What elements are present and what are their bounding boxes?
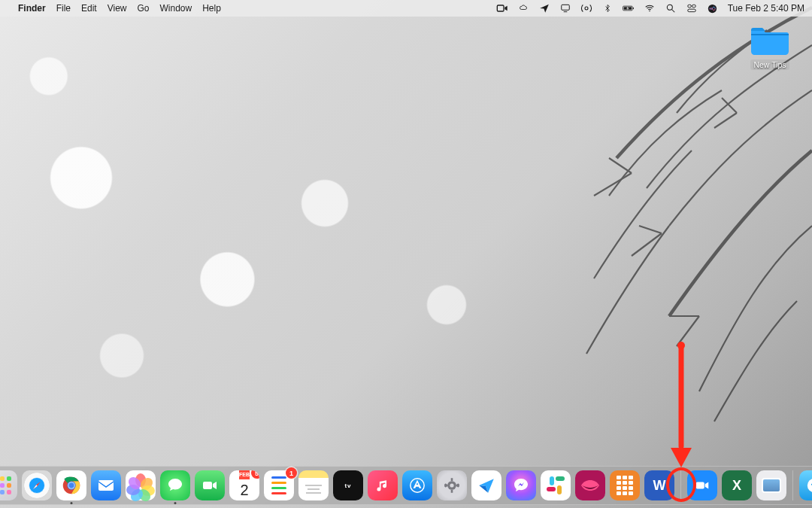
svg-point-34 — [450, 483, 453, 487]
excel-x-icon: X — [732, 478, 741, 494]
chrome-icon — [60, 474, 83, 497]
svg-point-36 — [807, 479, 812, 492]
photos-flower-icon — [130, 475, 151, 496]
dock-app-iphonelife[interactable] — [575, 470, 605, 500]
menubar-item-help[interactable]: Help — [202, 3, 221, 14]
dock-app-preview[interactable] — [756, 470, 786, 500]
compass-icon — [26, 475, 47, 496]
lips-icon — [580, 478, 601, 493]
menubar-app-name[interactable]: Finder — [18, 3, 46, 14]
dock-downloads-stack[interactable] — [799, 470, 812, 500]
launchpad-grid-icon — [0, 476, 11, 494]
menubar-item-window[interactable]: Window — [160, 3, 192, 14]
video-call-status-icon[interactable] — [496, 2, 508, 14]
svg-point-7 — [667, 5, 672, 10]
dock-app-messages[interactable] — [160, 470, 190, 500]
svg-rect-23 — [203, 482, 212, 489]
svg-point-6 — [649, 11, 650, 12]
menubar-item-edit[interactable]: Edit — [81, 3, 97, 14]
dock-app-system-preferences[interactable] — [437, 470, 467, 500]
menubar: Finder File Edit View Go Window Help — [0, 0, 812, 17]
creative-cloud-icon[interactable] — [517, 2, 529, 14]
bluetooth-icon[interactable] — [601, 2, 614, 14]
svg-point-21 — [68, 482, 74, 488]
calendar-day-label: 2 — [240, 479, 248, 500]
tv-icon: tv — [344, 482, 351, 489]
svg-rect-1 — [561, 5, 569, 10]
zoom-camera-icon — [694, 477, 710, 494]
word-w-icon: W — [653, 478, 666, 494]
dock-app-calendar[interactable]: FEB 2 5 — [229, 470, 259, 500]
svg-point-2 — [585, 7, 588, 10]
svg-rect-4 — [632, 8, 633, 9]
svg-rect-9 — [687, 5, 691, 8]
dock-app-appstore[interactable] — [402, 470, 432, 500]
spark-plane-icon — [477, 476, 496, 495]
dock-app-notes[interactable] — [298, 470, 329, 500]
dock-app-mail[interactable] — [91, 470, 121, 500]
gear-icon — [442, 476, 462, 495]
desktop-folder-label: New Tips — [750, 59, 789, 70]
airdrop-icon[interactable] — [580, 2, 592, 14]
display-mirroring-icon[interactable] — [559, 2, 571, 14]
appstore-a-icon — [409, 477, 426, 494]
dock-separator-right — [792, 470, 793, 500]
dock-app-facetime[interactable] — [195, 470, 225, 500]
dock-separator-recent — [680, 470, 681, 500]
video-camera-icon — [201, 476, 219, 494]
wallpaper-branches — [346, 0, 812, 467]
menubar-item-go[interactable]: Go — [138, 3, 150, 14]
dock-app-music[interactable] — [368, 470, 398, 500]
svg-line-8 — [671, 10, 674, 13]
slack-hash-icon — [547, 476, 565, 494]
svg-rect-10 — [692, 5, 695, 8]
dock: FEB 2 5 1 tv — [0, 466, 812, 505]
spotlight-search-icon[interactable] — [665, 2, 677, 14]
svg-rect-27 — [451, 490, 453, 493]
dock-app-reminders[interactable]: 1 — [264, 470, 294, 500]
wifi-icon[interactable] — [644, 2, 656, 14]
dock-app-calculator[interactable] — [610, 470, 640, 500]
folder-icon — [749, 24, 791, 57]
reminders-lines-icon — [271, 476, 286, 494]
dock-app-zoom[interactable] — [687, 470, 717, 500]
envelope-icon — [97, 476, 115, 494]
menubar-item-file[interactable]: File — [56, 3, 71, 14]
svg-rect-0 — [497, 5, 504, 11]
menubar-datetime[interactable]: Tue Feb 2 5:40 PM — [728, 3, 804, 14]
speech-bubble-icon — [166, 476, 184, 494]
dock-app-word[interactable]: W — [644, 470, 674, 500]
notes-icon — [305, 482, 322, 494]
dock-app-safari[interactable] — [22, 470, 52, 500]
calculator-grid-icon — [617, 476, 633, 495]
calendar-month-label: FEB — [239, 470, 250, 479]
dock-app-spark[interactable] — [471, 470, 501, 500]
svg-rect-35 — [696, 482, 704, 488]
menubar-left: Finder File Edit View Go Window Help — [8, 3, 221, 14]
svg-rect-11 — [687, 9, 695, 12]
calendar-badge: 5 — [251, 470, 259, 479]
music-note-icon — [375, 478, 390, 493]
preview-photo-icon — [763, 479, 780, 491]
dock-app-tv[interactable]: tv — [333, 470, 363, 500]
control-center-icon[interactable] — [686, 2, 698, 14]
svg-rect-22 — [98, 480, 114, 491]
siri-icon[interactable] — [707, 2, 719, 14]
paper-plane-icon[interactable] — [538, 2, 550, 14]
battery-icon[interactable] — [623, 2, 635, 14]
messenger-bolt-icon — [512, 476, 530, 494]
dock-app-photos[interactable] — [126, 470, 156, 500]
dock-app-slack[interactable] — [541, 470, 571, 500]
menubar-item-view[interactable]: View — [108, 3, 127, 14]
reminders-badge: 1 — [286, 467, 297, 479]
svg-rect-26 — [451, 478, 453, 481]
dock-app-chrome[interactable] — [56, 470, 86, 500]
desktop-folder-new-tips[interactable]: New Tips — [743, 24, 797, 70]
dock-app-messenger[interactable] — [506, 470, 536, 500]
dock-app-launchpad[interactable] — [0, 470, 17, 500]
menubar-right: Tue Feb 2 5:40 PM — [496, 2, 804, 14]
dock-app-excel[interactable]: X — [722, 470, 752, 500]
download-arrow-icon — [806, 477, 812, 494]
